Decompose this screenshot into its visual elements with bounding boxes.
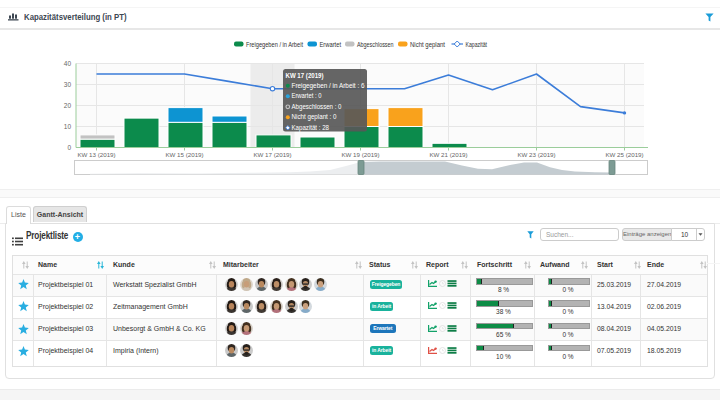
svg-text:KW 23 (2019): KW 23 (2019): [517, 151, 555, 158]
svg-text:KW 25 (2019): KW 25 (2019): [605, 151, 643, 158]
svg-text:10: 10: [64, 123, 72, 130]
svg-text:Freigegeben / in Arbeit: Freigegeben / in Arbeit: [246, 41, 303, 49]
svg-text:Erwartet: Erwartet: [320, 41, 342, 48]
svg-text:KW 17 (2019): KW 17 (2019): [286, 72, 324, 80]
svg-text:KW 13 (2019): KW 13 (2019): [77, 151, 115, 158]
svg-text:Erwartet : 0: Erwartet : 0: [292, 92, 322, 99]
svg-text:Abgeschlossen: Abgeschlossen: [357, 41, 394, 49]
svg-text:0: 0: [67, 144, 71, 151]
svg-text:KW 21 (2019): KW 21 (2019): [429, 151, 467, 158]
svg-text:KW 15 (2019): KW 15 (2019): [165, 151, 203, 158]
svg-text:Nicht geplant : 0: Nicht geplant : 0: [292, 113, 337, 121]
svg-text:KW 19 (2019): KW 19 (2019): [341, 151, 379, 158]
svg-text:Nicht geplant: Nicht geplant: [410, 41, 445, 49]
svg-text:Freigegeben / in Arbeit : 6: Freigegeben / in Arbeit : 6: [292, 82, 365, 90]
svg-text:30: 30: [64, 81, 72, 88]
svg-text:Kapazität: Kapazität: [466, 41, 488, 49]
svg-text:20: 20: [64, 102, 72, 109]
svg-text:40: 40: [64, 60, 72, 67]
svg-text:Abgeschlossen : 0: Abgeschlossen : 0: [292, 103, 342, 111]
svg-text:Kapazität : 28: Kapazität : 28: [292, 124, 330, 132]
svg-text:KW 17 (2019): KW 17 (2019): [253, 151, 291, 158]
